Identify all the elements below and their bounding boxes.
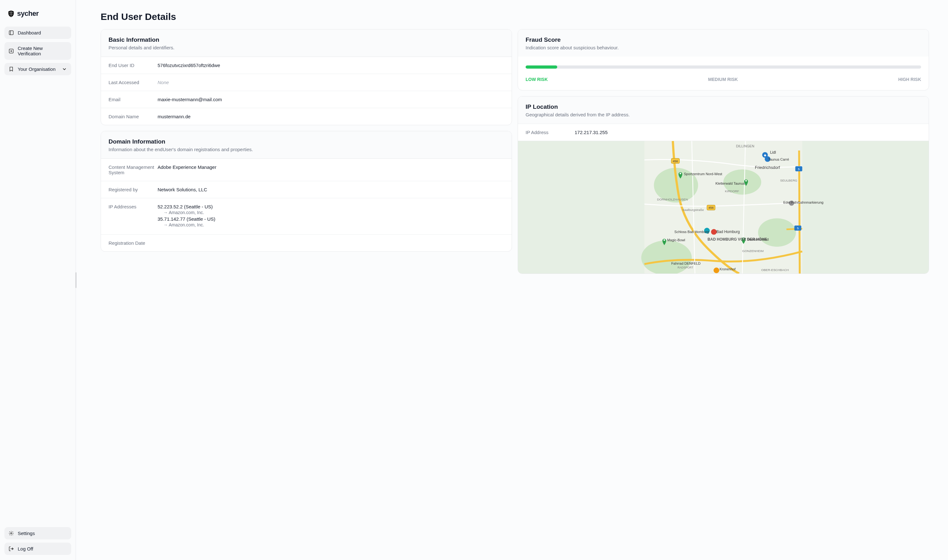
row-label: Registration Date (108, 240, 157, 246)
ip-entry: 35.71.142.77 (Seattle - US) (157, 216, 216, 222)
card-fraud-score: Fraud Score Indication score about suspi… (518, 29, 929, 91)
risk-label-low: LOW RISK (526, 77, 548, 82)
svg-point-17 (745, 180, 747, 182)
row-email: Email maxie-mustermann@mail.com (101, 91, 512, 108)
svg-point-26 (714, 268, 719, 273)
risk-label-high: HIGH RISK (898, 77, 921, 82)
brand-logo: sycher (5, 5, 71, 26)
svg-text:456: 456 (673, 159, 678, 163)
sidebar-item-label: Your Organisation (18, 66, 56, 72)
card-title: Basic Information (108, 36, 504, 43)
row-label: IP Address (526, 130, 575, 135)
svg-point-16 (680, 173, 681, 174)
svg-text:Taunus Carré: Taunus Carré (768, 157, 789, 161)
svg-text:SEULBERG: SEULBERG (780, 178, 798, 182)
row-value: None (157, 80, 169, 85)
row-label: Domain Name (108, 114, 157, 119)
svg-point-18 (664, 239, 665, 241)
row-ip-addresses: IP Addresses 52.223.52.2 (Seattle - US) … (101, 198, 512, 235)
svg-text:Kronenhof: Kronenhof (720, 267, 736, 271)
svg-text:Sportzentrum Nord-West: Sportzentrum Nord-West (684, 172, 722, 176)
sidebar-item-your-organisation[interactable]: Your Organisation (5, 63, 71, 75)
card-basic-information: Basic Information Personal details and i… (101, 29, 512, 125)
card-subtitle: Information about the endUser's domain r… (108, 147, 504, 152)
row-registration-date: Registration Date (101, 235, 512, 251)
gear-icon (9, 531, 14, 536)
row-value: 172.217.31.255 (575, 130, 607, 135)
fraud-bar-fill (526, 65, 557, 69)
svg-text:Kletterwald Taunus: Kletterwald Taunus (715, 182, 745, 185)
card-subtitle: Personal details and identifiers. (108, 45, 504, 50)
ip-entry: 52.223.52.2 (Seattle - US) (157, 204, 216, 209)
row-value: Adobe Experience Manager (157, 165, 216, 170)
svg-text:Edel Fahrbahnmarkierung: Edel Fahrbahnmarkierung (783, 200, 824, 204)
card-title: Domain Information (108, 138, 504, 145)
row-value: Network Solutions, LLC (157, 187, 207, 192)
plus-square-icon (9, 48, 14, 54)
card-ip-location: IP Location Geographical details derived… (518, 96, 929, 274)
row-ip-address: IP Address 172.217.31.255 (518, 124, 929, 141)
svg-text:◆: ◆ (764, 153, 766, 157)
svg-text:Fahrrad DENFELD: Fahrrad DENFELD (671, 262, 701, 265)
sidebar-item-label: Log Off (18, 546, 33, 551)
svg-text:5: 5 (798, 167, 800, 171)
row-label: IP Addresses (108, 204, 157, 209)
svg-text:5: 5 (797, 226, 799, 230)
map[interactable]: 456 456 5 5 ◆ (518, 141, 929, 274)
row-value: mustermann.de (157, 114, 191, 119)
dashboard-icon (9, 30, 14, 35)
ip-org: Amazon.com, Inc. (157, 222, 216, 227)
sidebar-item-label: Settings (18, 531, 35, 536)
svg-text:GONZENHEIM: GONZENHEIM (742, 249, 764, 253)
svg-point-24 (711, 229, 717, 235)
sidebar-item-create-verification[interactable]: Create New Verification (5, 42, 71, 60)
row-value: 576fozutvczixrd657oftzri6dwe (157, 63, 220, 68)
logout-icon (9, 546, 14, 551)
shield-icon (8, 10, 15, 17)
sidebar-item-label: Create New Verification (18, 46, 67, 56)
row-label: Content Management System (108, 165, 157, 175)
card-title: Fraud Score (526, 36, 921, 43)
sidebar-item-settings[interactable]: Settings (5, 527, 71, 540)
svg-text:Schloss Bad Homburg: Schloss Bad Homburg (674, 230, 709, 234)
svg-text:RADSPORT: RADSPORT (677, 266, 693, 269)
svg-text:KIRDORF: KIRDORF (725, 189, 739, 193)
bookmark-icon (9, 66, 14, 72)
svg-text:Bad Homburg: Bad Homburg (716, 229, 740, 234)
svg-rect-0 (9, 31, 13, 35)
svg-text:DILLINGEN: DILLINGEN (736, 144, 754, 148)
chevron-down-icon (62, 66, 67, 72)
fraud-bar (526, 65, 921, 69)
svg-text:Lidl: Lidl (770, 150, 776, 155)
svg-text:Friedrichsdorf: Friedrichsdorf (755, 165, 780, 170)
sidebar-item-label: Dashboard (18, 30, 41, 35)
card-domain-information: Domain Information Information about the… (101, 131, 512, 252)
brand-name: sycher (17, 9, 39, 18)
main-content: End User Details Basic Information Perso… (76, 0, 948, 560)
svg-text:Seedammbad: Seedammbad (747, 237, 769, 241)
svg-text:456: 456 (709, 206, 714, 209)
svg-text:Saalburgstraße: Saalburgstraße (682, 208, 704, 212)
row-label: End User ID (108, 63, 157, 68)
card-subtitle: Geographical details derived from the IP… (526, 112, 921, 117)
svg-point-6 (758, 218, 796, 247)
row-last-accessed: Last Accessed None (101, 74, 512, 91)
card-subtitle: Indication score about suspicious behavi… (526, 45, 921, 50)
svg-point-2 (11, 532, 12, 534)
row-value: 52.223.52.2 (Seattle - US) Amazon.com, I… (157, 204, 216, 229)
ip-org: Amazon.com, Inc. (157, 210, 216, 215)
sidebar-item-logoff[interactable]: Log Off (5, 543, 71, 555)
card-title: IP Location (526, 103, 921, 110)
svg-text:Magic-Bowl: Magic-Bowl (667, 238, 685, 242)
sidebar-item-dashboard[interactable]: Dashboard (5, 26, 71, 39)
row-label: Last Accessed (108, 80, 157, 85)
row-label: Email (108, 97, 157, 102)
sidebar: sycher Dashboard Create New Verification (0, 0, 76, 560)
row-end-user-id: End User ID 576fozutvczixrd657oftzri6dwe (101, 57, 512, 74)
row-cms: Content Management System Adobe Experien… (101, 159, 512, 181)
risk-label-medium: MEDIUM RISK (708, 77, 738, 82)
svg-text:DORNHOLZHAUSEN: DORNHOLZHAUSEN (657, 198, 688, 201)
row-value: maxie-mustermann@mail.com (157, 97, 222, 102)
sidebar-resize-handle[interactable] (75, 272, 77, 288)
row-label: Registered by (108, 187, 157, 192)
